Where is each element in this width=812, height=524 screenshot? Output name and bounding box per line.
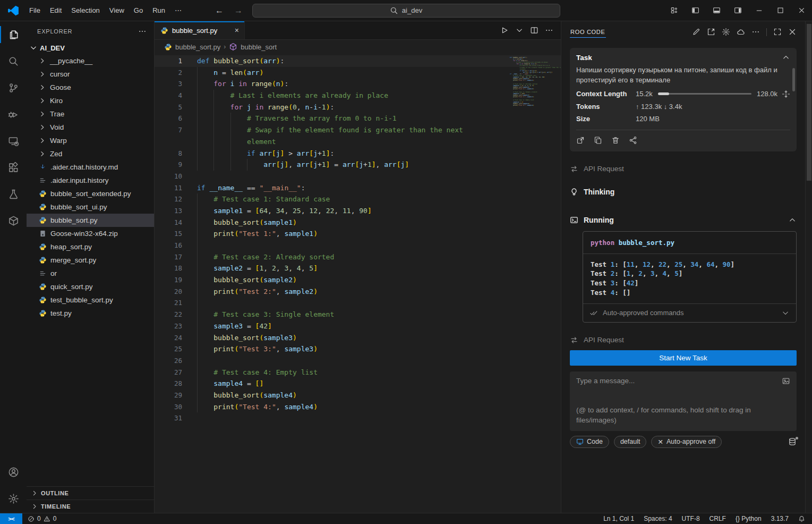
edit-icon[interactable] xyxy=(692,28,700,36)
tree-item-goose[interactable]: Goose xyxy=(27,81,154,94)
status-item--python[interactable]: {} Python xyxy=(736,515,762,522)
code-line[interactable]: 18sample2 = [1, 2, 3, 4, 5] xyxy=(155,263,561,274)
copy-icon[interactable] xyxy=(594,136,602,145)
panel-scrollbar[interactable] xyxy=(805,21,812,513)
code-line[interactable]: 15print("Test 1:", sample1) xyxy=(155,228,561,240)
status-item-spaces-4[interactable]: Spaces: 4 xyxy=(644,515,672,522)
status-item-utf-8[interactable]: UTF-8 xyxy=(682,515,700,522)
code-line[interactable]: 9arr[j], arr[j+1] = arr[j+1], arr[j] xyxy=(155,159,561,171)
profile-selector[interactable]: default xyxy=(614,436,647,448)
tree-item-bubble-sort-py[interactable]: bubble_sort.py xyxy=(27,214,154,227)
run-dropdown-icon[interactable] xyxy=(515,26,524,35)
code-line[interactable]: 20print("Test 2:", sample2) xyxy=(155,286,561,298)
attach-image-icon[interactable] xyxy=(782,377,790,385)
tree-item-quick-sort-py[interactable]: quick_sort.py xyxy=(27,280,154,293)
breadcrumb-file[interactable]: bubble_sort.py xyxy=(175,43,220,51)
share-icon[interactable] xyxy=(629,136,637,145)
mode-selector[interactable]: Code xyxy=(570,436,609,448)
code-line[interactable]: 4# Last i elements are already in place xyxy=(155,90,561,102)
breadcrumb-symbol[interactable]: bubble_sort xyxy=(241,43,277,51)
delete-icon[interactable] xyxy=(611,136,620,145)
menu-file[interactable]: File xyxy=(24,4,45,16)
explorer-more-icon[interactable] xyxy=(138,27,147,36)
code-line[interactable]: 12# Test case 1: Standard case xyxy=(155,193,561,205)
toggle-panel-icon[interactable] xyxy=(706,0,727,21)
auto-approve-toggle[interactable]: ✕ Auto-approve off xyxy=(651,436,722,448)
sidebar-panel-outline[interactable]: OUTLINE xyxy=(27,486,154,500)
code-line[interactable]: 23sample3 = [42] xyxy=(155,320,561,332)
activity-settings[interactable] xyxy=(0,485,27,512)
message-input[interactable]: Type a message... (@ to add context, / f… xyxy=(570,371,797,431)
code-line[interactable]: 24bubble_sort(sample3) xyxy=(155,332,561,344)
editor-more-icon[interactable] xyxy=(545,26,553,35)
command-center-search[interactable]: ai_dev xyxy=(252,4,560,18)
menu-selection[interactable]: Selection xyxy=(66,4,104,16)
code-line[interactable]: 14bubble_sort(sample1) xyxy=(155,217,561,229)
toggle-secondary-sidebar-icon[interactable] xyxy=(727,0,748,21)
more-icon[interactable] xyxy=(751,28,760,36)
activity-run-debug[interactable] xyxy=(0,101,27,128)
sidebar-panel-timeline[interactable]: TIMELINE xyxy=(27,500,154,513)
code-line[interactable]: element xyxy=(155,136,561,148)
tree-item-bubble-sort-ui-py[interactable]: bubble_sort_ui.py xyxy=(27,200,154,214)
auto-approved-row[interactable]: Auto-approved commands xyxy=(583,304,796,322)
run-button[interactable] xyxy=(500,26,509,35)
roo-panel-title[interactable]: ROO CODE xyxy=(570,26,606,38)
activity-containers[interactable] xyxy=(0,207,27,234)
code-line[interactable]: 3for i in range(n): xyxy=(155,78,561,90)
bell-icon[interactable] xyxy=(798,515,805,522)
tree-item-cursor[interactable]: cursor xyxy=(27,67,154,81)
customize-layout-icon[interactable] xyxy=(663,0,685,21)
status-item-crlf[interactable]: CRLF xyxy=(710,515,726,522)
code-line[interactable]: 11if __name__ == "__main__": xyxy=(155,182,561,194)
code-line[interactable]: 17# Test case 2: Already sorted xyxy=(155,251,561,263)
tree-item-zed[interactable]: Zed xyxy=(27,147,154,160)
activity-accounts[interactable] xyxy=(0,459,27,485)
activity-explorer[interactable] xyxy=(0,21,27,48)
split-editor-icon[interactable] xyxy=(530,26,539,35)
tree-item-test-bubble-sort-py[interactable]: test_bubble_sort.py xyxy=(27,293,154,307)
code-line[interactable]: 26 xyxy=(155,355,561,367)
menu-edit[interactable]: Edit xyxy=(45,4,66,16)
code-line[interactable]: 28sample4 = [] xyxy=(155,378,561,390)
database-icon[interactable] xyxy=(788,437,797,446)
minimize-icon[interactable] xyxy=(748,0,770,21)
code-line[interactable]: 27# Test case 4: Empty list xyxy=(155,367,561,378)
tree-item-kiro[interactable]: Kiro xyxy=(27,94,154,107)
chevron-down-icon[interactable] xyxy=(781,309,790,317)
api-request-row[interactable]: API Request xyxy=(570,165,797,173)
tree-item-trae[interactable]: Trae xyxy=(27,107,154,121)
activity-testing[interactable] xyxy=(0,181,27,207)
code-line[interactable]: 8if arr[j] > arr[j+1]: xyxy=(155,148,561,159)
marketplace-icon[interactable] xyxy=(707,28,715,36)
tree-item-merge-sort-py[interactable]: merge_sort.py xyxy=(27,253,154,267)
tree-item-void[interactable]: Void xyxy=(27,121,154,134)
collapse-running-icon[interactable] xyxy=(788,216,797,224)
code-line[interactable]: 22# Test case 3: Single element xyxy=(155,309,561,320)
running-row[interactable]: Running xyxy=(570,216,797,224)
tree-item--pycache-[interactable]: __pycache__ xyxy=(27,54,154,67)
code-line[interactable]: 19bubble_sort(sample2) xyxy=(155,274,561,286)
tree-root-ai-dev[interactable]: AI_DEV xyxy=(27,41,154,54)
code-line[interactable]: 31 xyxy=(155,412,561,424)
remote-indicator[interactable]: >< xyxy=(0,513,22,524)
activity-extensions[interactable] xyxy=(0,154,27,181)
back-arrow-icon[interactable]: ← xyxy=(215,6,224,15)
status-item-ln-1-col-1[interactable]: Ln 1, Col 1 xyxy=(603,515,634,522)
thinking-row[interactable]: Thinking xyxy=(570,188,797,196)
tree-item-heap-sort-py[interactable]: heap_sort.py xyxy=(27,240,154,253)
tree-item-goose-win32-x64-zip[interactable]: Goose-win32-x64.zip xyxy=(27,227,154,240)
task-scrollbar[interactable] xyxy=(792,68,795,91)
context-slider[interactable] xyxy=(658,93,751,95)
code-line[interactable]: 29bubble_sort(sample4) xyxy=(155,390,561,401)
maximize-icon[interactable] xyxy=(770,0,791,21)
code-line[interactable]: 1def bubble_sort(arr): xyxy=(155,55,561,67)
code-line[interactable]: 6# Traverse the array from 0 to n-i-1 xyxy=(155,113,561,124)
activity-remote-explorer[interactable] xyxy=(0,128,27,154)
settings-icon[interactable] xyxy=(722,28,730,36)
tree-item-test-py[interactable]: test.py xyxy=(27,307,154,320)
export-icon[interactable] xyxy=(576,136,585,145)
code-line[interactable]: 7# Swap if the element found is greater … xyxy=(155,124,561,136)
activity-source-control[interactable] xyxy=(0,74,27,101)
collapse-task-icon[interactable] xyxy=(782,53,790,62)
